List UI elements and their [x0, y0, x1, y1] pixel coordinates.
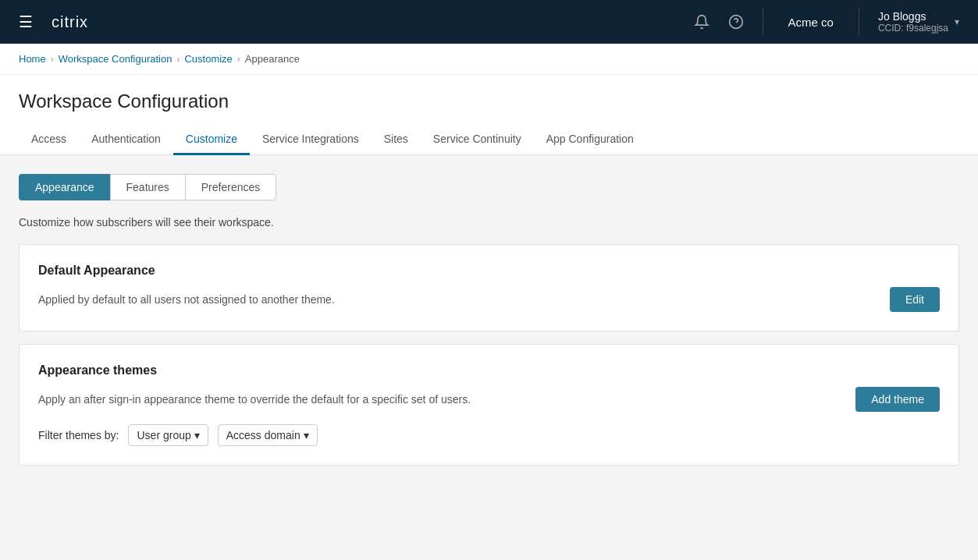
top-navigation: ☰ citrix Acme co [0, 0, 978, 44]
bell-icon [694, 14, 709, 30]
breadcrumb-workspace-config[interactable]: Workspace Configuration [59, 53, 172, 65]
appearance-themes-row: Apply an after sign-in appearance theme … [38, 387, 940, 412]
main-container: Home › Workspace Configuration › Customi… [0, 44, 978, 560]
tab-access[interactable]: Access [19, 125, 79, 155]
add-theme-button[interactable]: Add theme [855, 387, 940, 412]
access-domain-filter[interactable]: Access domain ▾ [218, 424, 318, 446]
breadcrumb-sep-1: › [51, 54, 54, 65]
org-name: Acme co [788, 16, 834, 29]
notifications-button[interactable] [688, 8, 716, 36]
content-area: Appearance Features Preferences Customiz… [0, 155, 978, 560]
breadcrumb-customize[interactable]: Customize [184, 53, 232, 65]
nav-divider [763, 8, 763, 36]
breadcrumb-current: Appearance [245, 53, 300, 65]
svg-text:citrix: citrix [52, 13, 88, 30]
default-appearance-title: Default Appearance [38, 264, 940, 278]
nav-divider-2 [859, 8, 859, 36]
access-domain-filter-label: Access domain [226, 429, 301, 441]
citrix-logo: citrix [52, 12, 114, 31]
default-appearance-desc: Applied by default to all users not assi… [38, 293, 335, 306]
user-group-filter[interactable]: User group ▾ [128, 424, 208, 446]
default-appearance-card: Default Appearance Applied by default to… [19, 244, 959, 331]
subtab-features[interactable]: Features [110, 174, 185, 200]
breadcrumb-sep-3: › [237, 54, 240, 65]
section-description: Customize how subscribers will see their… [19, 216, 959, 229]
tab-sites[interactable]: Sites [372, 125, 421, 155]
sub-tabs: Appearance Features Preferences [19, 174, 959, 200]
edit-button[interactable]: Edit [890, 287, 940, 312]
access-domain-chevron-icon: ▾ [304, 429, 309, 441]
question-icon [728, 14, 744, 30]
user-name: Jo Bloggs [878, 10, 948, 23]
hamburger-menu-button[interactable]: ☰ [12, 9, 39, 34]
filter-label: Filter themes by: [38, 429, 119, 441]
tab-service-continuity[interactable]: Service Continuity [421, 125, 534, 155]
tab-app-configuration[interactable]: App Configuration [534, 125, 646, 155]
user-chevron-icon: ▾ [955, 16, 959, 27]
appearance-themes-title: Appearance themes [38, 363, 940, 377]
page-header: Workspace Configuration [0, 75, 978, 112]
subtab-preferences[interactable]: Preferences [185, 174, 276, 200]
breadcrumb-home[interactable]: Home [19, 53, 46, 65]
citrix-logo-svg: citrix [52, 12, 114, 31]
filter-row: Filter themes by: User group ▾ Access do… [38, 424, 940, 446]
user-group-chevron-icon: ▾ [194, 429, 200, 441]
tab-customize[interactable]: Customize [173, 125, 250, 155]
nav-left: ☰ citrix [12, 9, 688, 34]
help-button[interactable] [722, 8, 750, 36]
breadcrumb: Home › Workspace Configuration › Customi… [0, 44, 978, 75]
appearance-themes-desc: Apply an after sign-in appearance theme … [38, 393, 471, 406]
tab-service-integrations[interactable]: Service Integrations [250, 125, 372, 155]
tab-authentication[interactable]: Authentication [79, 125, 173, 155]
appearance-themes-card: Appearance themes Apply an after sign-in… [19, 344, 959, 466]
page-title: Workspace Configuration [19, 90, 959, 112]
main-tabs: Access Authentication Customize Service … [0, 125, 978, 155]
user-ccid: CCID: f9salegjsa [878, 23, 948, 34]
user-menu[interactable]: Jo Bloggs CCID: f9salegjsa ▾ [872, 10, 966, 34]
nav-right: Acme co Jo Bloggs CCID: f9salegjsa ▾ [688, 8, 966, 36]
breadcrumb-sep-2: › [176, 54, 180, 65]
default-appearance-row: Applied by default to all users not assi… [38, 287, 940, 312]
user-group-filter-label: User group [137, 429, 190, 441]
org-section: Acme co [776, 16, 846, 29]
subtab-appearance[interactable]: Appearance [19, 174, 110, 200]
